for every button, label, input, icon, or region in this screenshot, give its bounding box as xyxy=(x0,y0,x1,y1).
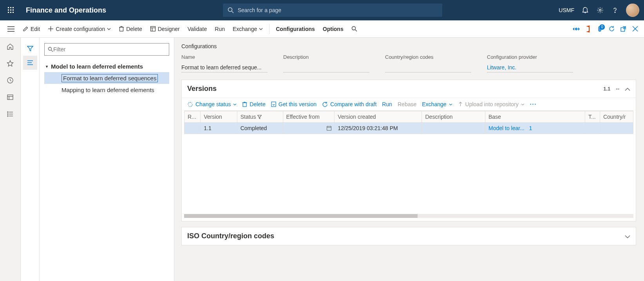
menu-toggle-icon[interactable] xyxy=(3,26,19,32)
label-description: Description xyxy=(283,54,369,60)
search-placeholder: Search for a page xyxy=(238,7,281,13)
edit-button[interactable]: Edit xyxy=(19,24,44,34)
label-codes: Country/region codes xyxy=(385,54,471,60)
col-version[interactable]: Version xyxy=(201,111,237,123)
svg-rect-0 xyxy=(8,7,9,8)
popout-icon[interactable] xyxy=(617,26,629,32)
change-status-button[interactable]: Change status xyxy=(187,101,237,107)
version-delete-button[interactable]: Delete xyxy=(242,101,265,107)
office-icon[interactable] xyxy=(582,25,594,33)
compare-icon xyxy=(322,102,328,107)
cell-country[interactable] xyxy=(600,123,633,134)
download-icon xyxy=(271,102,276,107)
tree-item-mapping[interactable]: Mapping to learn deferred elements xyxy=(44,84,169,96)
status-icon xyxy=(187,102,193,107)
iso-expand-icon[interactable] xyxy=(625,232,630,240)
find-button[interactable] xyxy=(347,24,361,34)
caret-icon: ▾ xyxy=(46,64,48,69)
col-status[interactable]: Status xyxy=(237,111,283,123)
delete-button[interactable]: Delete xyxy=(115,24,146,34)
cell-base[interactable]: Model to lear... 1 xyxy=(485,123,585,134)
label-provider: Configuration provider xyxy=(487,54,573,60)
plus-icon xyxy=(48,26,54,32)
version-exchange-button[interactable]: Exchange xyxy=(422,101,452,107)
validate-button[interactable]: Validate xyxy=(184,24,211,34)
rebase-button: Rebase xyxy=(398,101,416,107)
tree-filter-icon[interactable] xyxy=(23,42,37,56)
settings-icon[interactable] xyxy=(596,6,604,14)
value-description[interactable] xyxy=(283,62,369,73)
svg-rect-60 xyxy=(327,127,331,131)
refresh-icon[interactable] xyxy=(606,25,617,32)
value-name[interactable]: Format to learn deferred seque... xyxy=(181,62,268,73)
value-provider[interactable]: Litware, Inc. xyxy=(487,62,573,73)
get-version-button[interactable]: Get this version xyxy=(271,101,317,107)
svg-rect-39 xyxy=(7,95,13,100)
col-t[interactable]: T... xyxy=(585,111,600,123)
configurations-tab[interactable]: Configurations xyxy=(272,24,319,34)
col-description[interactable]: Description xyxy=(422,111,485,123)
col-effective[interactable]: Effective from xyxy=(283,111,335,123)
versions-title: Versions xyxy=(187,85,603,93)
svg-point-52 xyxy=(49,47,52,51)
workspaces-icon[interactable] xyxy=(7,94,14,102)
tree-root[interactable]: ▾ Model to learn deferred elements xyxy=(44,60,169,72)
options-tab[interactable]: Options xyxy=(319,24,347,34)
recent-icon[interactable] xyxy=(7,77,14,85)
svg-rect-2 xyxy=(13,7,14,8)
version-run-button[interactable]: Run xyxy=(382,101,392,107)
versions-collapse-icon[interactable] xyxy=(625,85,630,93)
designer-button[interactable]: Designer xyxy=(146,24,184,34)
help-icon[interactable] xyxy=(611,6,619,14)
brand-title: Finance and Operations xyxy=(26,6,106,15)
tree-item-format[interactable]: Format to learn deferred sequences xyxy=(44,72,169,84)
tree-list-icon[interactable] xyxy=(23,56,37,70)
global-search[interactable]: Search for a page xyxy=(223,4,442,17)
create-configuration-button[interactable]: Create configuration xyxy=(44,24,115,34)
alert-icon[interactable] xyxy=(581,6,589,14)
connected-app-icon[interactable] xyxy=(570,27,582,31)
versions-dash: -- xyxy=(616,86,619,92)
compare-draft-button[interactable]: Compare with draft xyxy=(322,101,376,107)
col-country[interactable]: Country/r xyxy=(600,111,633,123)
attachments-icon[interactable] xyxy=(594,25,606,33)
tree-filter-input[interactable] xyxy=(44,43,169,56)
svg-line-53 xyxy=(51,50,53,52)
run-button[interactable]: Run xyxy=(211,24,229,34)
svg-rect-7 xyxy=(10,12,11,13)
user-avatar[interactable] xyxy=(626,4,639,17)
close-icon[interactable] xyxy=(629,26,641,32)
company-picker[interactable]: USMF xyxy=(559,7,574,13)
filter-field[interactable] xyxy=(53,46,166,53)
grid-h-scrollbar[interactable] xyxy=(184,214,633,218)
svg-line-10 xyxy=(232,11,233,13)
search-icon xyxy=(48,47,53,52)
cell-status[interactable]: Completed xyxy=(237,123,283,134)
svg-point-11 xyxy=(599,9,601,11)
cell-version[interactable]: 1.1 xyxy=(201,123,237,134)
upload-icon xyxy=(458,102,463,107)
favorites-icon[interactable] xyxy=(7,60,14,68)
chevron-down-icon xyxy=(521,103,525,105)
cell-description[interactable] xyxy=(422,123,485,134)
svg-rect-54 xyxy=(243,103,246,107)
cell-created[interactable]: 12/25/2019 03:21:48 PM xyxy=(335,123,422,134)
cell-t[interactable] xyxy=(585,123,600,134)
svg-point-42 xyxy=(7,112,8,112)
exchange-button[interactable]: Exchange xyxy=(229,24,267,34)
col-created[interactable]: Version created xyxy=(335,111,422,123)
col-base[interactable]: Base xyxy=(485,111,585,123)
version-row[interactable]: 1.1 Completed 12/25/2019 03:21:48 PM Mod… xyxy=(185,123,633,134)
value-codes[interactable] xyxy=(385,62,471,73)
cell-effective[interactable] xyxy=(283,123,335,134)
command-bar: Edit Create configuration Delete Designe… xyxy=(0,20,644,38)
chevron-down-icon xyxy=(449,103,452,105)
col-r[interactable]: R... xyxy=(185,111,201,123)
svg-rect-5 xyxy=(13,9,14,11)
top-bar: Finance and Operations Search for a page… xyxy=(0,0,644,20)
waffle-icon[interactable] xyxy=(5,7,17,13)
home-icon[interactable] xyxy=(7,43,14,51)
modules-icon[interactable] xyxy=(7,111,14,119)
more-button[interactable]: ··· xyxy=(530,101,537,107)
designer-icon xyxy=(150,26,156,32)
